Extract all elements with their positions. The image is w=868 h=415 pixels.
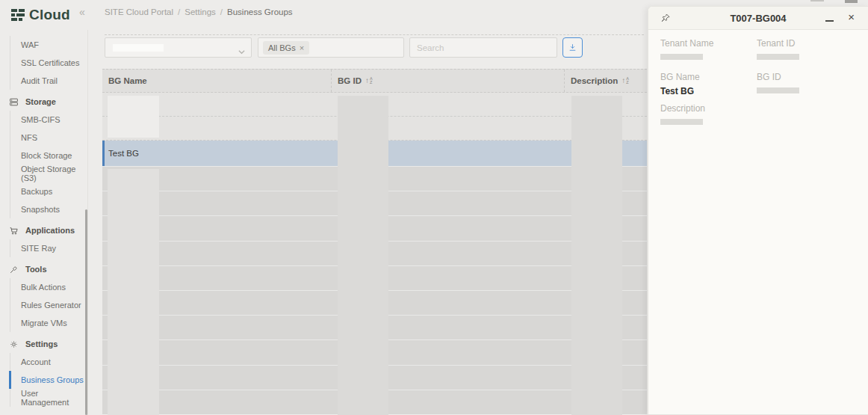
sidebar-item-user-management[interactable]: User Management [0,389,87,407]
search-input[interactable] [410,38,557,57]
sidebar-item-smb-cifs[interactable]: SMB-CIFS [0,111,87,129]
sidebar-section-storage[interactable]: Storage [0,93,87,111]
business-groups-table: BG Name BG ID ↑ AZ Description ↑ AZ [102,69,647,415]
sidebar-item-waf[interactable]: WAF [0,36,87,54]
filter-tag-label: All BGs [268,43,296,52]
app-window: Cloud « SITE Cloud Portal / Settings / B… [0,0,868,415]
sort-letter-z: Z [626,81,629,84]
column-header-label: BG ID [338,76,362,85]
sort-alpha-icon[interactable]: ↑ AZ [621,77,629,84]
filter-tag-remove-icon[interactable]: × [300,43,304,52]
field-value: Test BG [660,86,700,96]
brand-logo-icon [10,7,25,22]
table-row-redacted[interactable] [102,290,647,315]
detail-panel: T007-BG004 × Tenant Name Tenant ID BG Na… [648,6,868,415]
table-row-redacted[interactable] [102,215,647,240]
sidebar-divider [87,30,88,415]
sidebar-section-tools[interactable]: Tools [0,260,87,278]
topbar-cutoff-fragment [845,0,858,3]
sidebar-item-account[interactable]: Account [0,353,87,371]
sort-letter-z: Z [370,81,373,84]
settings-gear-icon [9,339,19,349]
sidebar-item-audit-trail[interactable]: Audit Trail [0,72,87,90]
sidebar-section-label: Tools [25,265,47,274]
table-row-redacted[interactable] [102,241,647,265]
sidebar-item-nfs[interactable]: NFS [0,129,87,147]
column-header-bg-name[interactable]: BG Name [102,70,331,92]
pushpin-icon[interactable] [660,13,671,26]
sidebar-item-backups[interactable]: Backups [0,182,87,200]
content-top-divider [105,34,644,35]
brand-name: Cloud [29,7,70,23]
column-header-label: BG Name [108,76,147,85]
redacted-value-block [757,87,799,93]
field-label: BG ID [757,72,799,82]
redacted-value-block [757,54,799,60]
sidebar: WAF SSL Certificates Audit Trail Storage… [0,33,87,407]
sort-arrow: ↑ [621,77,625,84]
sort-alpha-icon[interactable]: ↑ AZ [365,77,373,84]
detail-panel-header: T007-BG004 × [648,7,868,30]
tools-icon [9,265,19,274]
sidebar-item-object-storage-s3[interactable]: Object Storage (S3) [0,165,87,182]
field-label: Tenant ID [757,38,799,49]
breadcrumb-item[interactable]: Settings [185,7,216,16]
field-tenant-name: Tenant Name [660,38,713,60]
table-body: Test BG [102,93,647,415]
download-icon [568,43,577,52]
column-header-description[interactable]: Description ↑ AZ [564,70,647,92]
table-row-redacted[interactable] [102,93,647,117]
table-row-redacted[interactable] [102,390,647,414]
table-row-redacted[interactable] [102,117,647,141]
sidebar-collapse-icon[interactable]: « [79,6,85,18]
sidebar-item-rules-generator[interactable]: Rules Generator [0,296,87,314]
field-description: Description [660,103,705,125]
topbar-cutoff-fragment [810,0,824,1]
field-label: Tenant Name [660,38,713,49]
breadcrumb-current: Business Groups [227,7,293,16]
sidebar-item-block-storage[interactable]: Block Storage [0,147,87,165]
cell-bg-name: Test BG [108,149,139,158]
tenant-filter-dropdown[interactable] [105,37,252,58]
sidebar-section-label: Settings [25,339,58,348]
filter-tag: All BGs × [263,41,309,55]
sidebar-section-applications[interactable]: Applications [0,221,87,239]
minimize-icon[interactable] [825,20,834,22]
table-row-redacted[interactable] [102,265,647,290]
detail-panel-body: Tenant Name Tenant ID BG Name Test BG BG… [648,30,868,46]
sidebar-section-label: Storage [25,97,56,106]
table-row-redacted[interactable] [102,166,647,191]
table-row-redacted[interactable] [102,315,647,339]
column-header-bg-id[interactable]: BG ID ↑ AZ [331,70,564,92]
sidebar-section-settings[interactable]: Settings [0,335,87,353]
sidebar-item-snapshots[interactable]: Snapshots [0,200,87,218]
sidebar-item-site-ray[interactable]: SITE Ray [0,239,87,257]
table-header-row: BG Name BG ID ↑ AZ Description ↑ AZ [102,69,647,93]
table-row-redacted[interactable] [102,339,647,364]
sidebar-item-business-groups[interactable]: Business Groups [0,371,87,389]
download-button[interactable] [562,37,583,58]
table-row-selected[interactable]: Test BG [102,141,647,166]
table-row-redacted[interactable] [102,191,647,215]
column-header-label: Description [571,76,618,85]
close-icon[interactable]: × [848,10,855,23]
search-box [409,37,557,58]
sidebar-item-bulk-actions[interactable]: Bulk Actions [0,278,87,296]
breadcrumb-separator: / [178,7,180,16]
table-row-redacted[interactable] [102,365,647,390]
redacted-value-block [660,54,703,60]
redacted-value-block [113,44,164,52]
field-bg-name: BG Name Test BG [660,72,700,96]
field-label: BG Name [660,72,700,82]
chevron-down-icon [238,45,245,58]
brand-logo: Cloud [10,7,70,23]
sidebar-item-migrate-vms[interactable]: Migrate VMs [0,314,87,332]
sidebar-item-ssl-certificates[interactable]: SSL Certificates [0,54,87,72]
storage-icon [9,97,19,107]
field-label: Description [660,103,705,114]
sidebar-section-label: Applications [25,226,75,235]
applications-icon [9,226,19,236]
breadcrumb-item[interactable]: SITE Cloud Portal [105,7,173,16]
sort-arrow: ↑ [365,77,369,84]
bg-filter-multiselect[interactable]: All BGs × [258,37,404,58]
